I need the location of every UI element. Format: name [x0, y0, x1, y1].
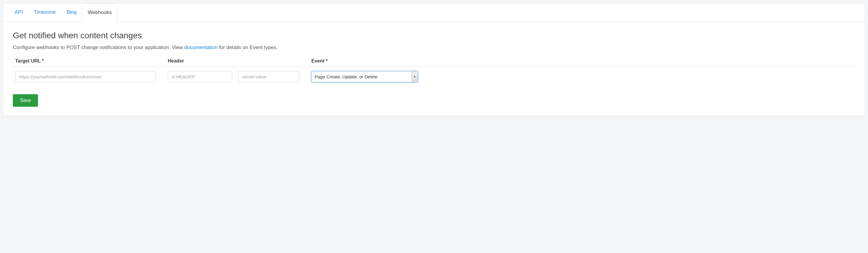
- col-target-label: Target URL *: [15, 58, 162, 64]
- tab-webhooks[interactable]: Webhooks: [82, 3, 117, 22]
- documentation-link[interactable]: documentation: [184, 44, 218, 50]
- tab-timezone[interactable]: Timezone: [28, 3, 61, 22]
- webhook-row: Page Create, Update, or Delete ▾: [13, 67, 855, 82]
- page-title: Get notified when content changes: [13, 31, 855, 40]
- target-url-input[interactable]: [15, 71, 156, 82]
- event-select-value: Page Create, Update, or Delete: [312, 71, 411, 82]
- chevron-down-icon: ▾: [411, 71, 417, 82]
- header-key-input[interactable]: [168, 71, 232, 82]
- desc-pre: Configure webhooks to POST change notifi…: [13, 44, 184, 50]
- settings-card: API Timezone Blog Webhooks Get notified …: [3, 3, 865, 116]
- header-value-input[interactable]: [238, 71, 300, 82]
- columns-header: Target URL * Header Event *: [13, 58, 855, 67]
- col-header-label: Header: [168, 58, 305, 64]
- tab-api[interactable]: API: [9, 3, 28, 22]
- page-description: Configure webhooks to POST change notifi…: [13, 44, 855, 51]
- tab-bar: API Timezone Blog Webhooks: [3, 3, 865, 22]
- desc-post: for details on Event types.: [218, 44, 278, 50]
- tab-blog[interactable]: Blog: [61, 3, 82, 22]
- col-event-label: Event *: [311, 58, 853, 64]
- save-button[interactable]: Save: [13, 94, 38, 107]
- event-select[interactable]: Page Create, Update, or Delete ▾: [311, 71, 418, 82]
- tab-content: Get notified when content changes Config…: [3, 22, 865, 116]
